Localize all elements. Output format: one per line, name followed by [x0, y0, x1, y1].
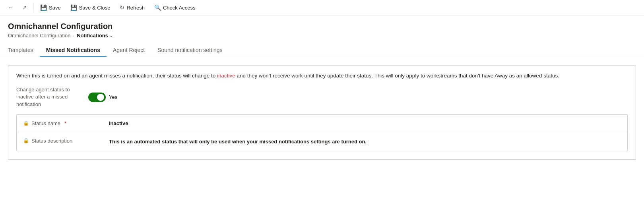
main-content: When this is turned on and an agent miss…: [0, 57, 644, 168]
status-name-field-label: 🔒 Status name *: [23, 120, 103, 126]
lock-icon-status-name: 🔒: [23, 120, 29, 126]
info-description: When this is turned on and an agent miss…: [16, 72, 628, 80]
info-text-part1: When this is turned on and an agent miss…: [16, 73, 217, 79]
tab-sound-notification-settings[interactable]: Sound notification settings: [151, 44, 229, 57]
save-label: Save: [49, 5, 61, 11]
tab-missed-notifications[interactable]: Missed Notifications: [40, 44, 107, 57]
toggle-row: Change agent status to inactive after a …: [16, 86, 628, 108]
toolbar-separator-1: [33, 3, 34, 12]
back-button[interactable]: ←: [5, 2, 17, 13]
status-name-row: 🔒 Status name * Inactive: [17, 115, 627, 132]
tabs-bar: Templates Missed Notifications Agent Rej…: [0, 43, 644, 57]
lock-icon-status-desc: 🔒: [23, 138, 29, 143]
breadcrumb: Omnichannel Configuration · Notification…: [8, 33, 636, 39]
status-name-value: Inactive: [109, 120, 128, 126]
toggle-value: Yes: [109, 94, 117, 100]
tab-templates[interactable]: Templates: [8, 44, 40, 57]
chevron-down-icon[interactable]: ⌄: [109, 33, 113, 38]
save-icon: 💾: [40, 4, 47, 11]
breadcrumb-separator: ·: [73, 33, 75, 39]
open-in-new-button[interactable]: ↗: [18, 2, 31, 13]
page-title: Omnichannel Configuration: [8, 22, 636, 31]
save-close-button[interactable]: 💾 Save & Close: [66, 2, 114, 13]
check-access-icon: 🔍: [154, 4, 161, 11]
refresh-label: Refresh: [126, 5, 145, 11]
breadcrumb-parent[interactable]: Omnichannel Configuration: [8, 33, 71, 39]
breadcrumb-current: Notifications ⌄: [77, 33, 113, 39]
toggle-switch[interactable]: [88, 93, 106, 102]
page-header: Omnichannel Configuration Omnichannel Co…: [0, 15, 644, 39]
back-icon: ←: [8, 4, 14, 11]
check-access-button[interactable]: 🔍 Check Access: [150, 2, 200, 13]
info-text-part2: and they won't receive work until they u…: [235, 73, 559, 79]
save-close-label: Save & Close: [79, 5, 111, 11]
status-description-row: 🔒 Status description This is an automate…: [17, 132, 627, 151]
toggle-label: Change agent status to inactive after a …: [16, 86, 82, 108]
open-in-new-icon: ↗: [22, 4, 27, 11]
required-star: *: [64, 120, 66, 126]
refresh-icon: ↻: [120, 4, 124, 11]
save-button[interactable]: 💾 Save: [36, 2, 65, 13]
status-desc-field-label: 🔒 Status description: [23, 138, 103, 144]
info-box: When this is turned on and an agent miss…: [8, 65, 636, 160]
save-close-icon: 💾: [70, 4, 77, 11]
toggle-group: Yes: [88, 93, 117, 102]
refresh-button[interactable]: ↻ Refresh: [116, 2, 149, 13]
status-desc-value: This is an automated status that will on…: [109, 138, 367, 146]
info-text-highlight: inactive: [217, 73, 235, 79]
check-access-label: Check Access: [163, 5, 196, 11]
tab-agent-reject[interactable]: Agent Reject: [107, 44, 151, 57]
status-table: 🔒 Status name * Inactive 🔒 Status descri…: [16, 114, 628, 152]
toolbar: ← ↗ 💾 Save 💾 Save & Close ↻ Refresh 🔍 Ch…: [0, 0, 644, 15]
